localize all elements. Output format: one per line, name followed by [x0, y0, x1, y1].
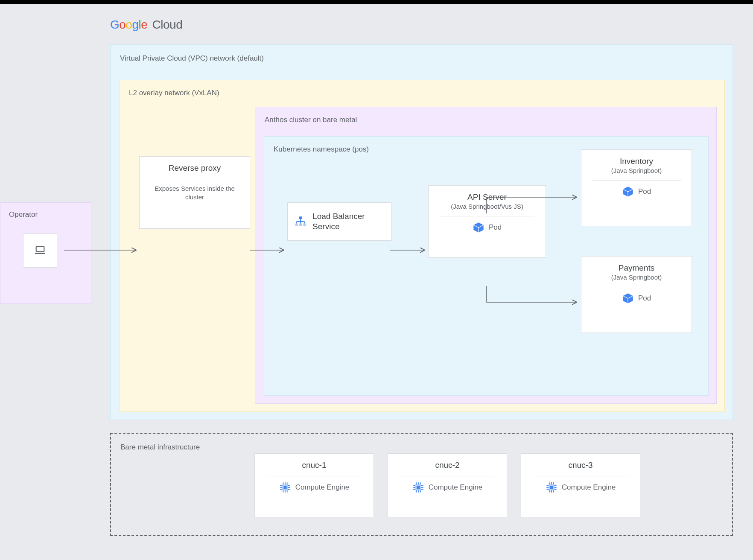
anthos-container: Anthos cluster on bare metal Kubernetes … [255, 107, 717, 404]
cnuc-3-ce-label: Compute Engine [562, 483, 616, 492]
payments-pod-label: Pod [638, 294, 651, 303]
api-server-subtitle: (Java Springboot/Vus JS) [451, 203, 523, 210]
svg-rect-32 [417, 486, 420, 489]
top-bar [0, 0, 753, 4]
cube-icon [622, 292, 634, 304]
svg-rect-0 [36, 247, 44, 252]
cnuc-1-title: cnuc-1 [302, 461, 326, 470]
api-server-card: API Server (Java Springboot/Vus JS) Pod [428, 185, 546, 258]
vpc-container: Virtual Private Cloud (VPC) network (def… [110, 44, 733, 420]
inventory-pod-row: Pod [622, 186, 651, 198]
divider [400, 476, 496, 476]
payments-pod-row: Pod [622, 292, 651, 304]
operator-panel: Operator [0, 202, 91, 304]
payments-subtitle: (Java Springboot) [611, 274, 662, 281]
cnuc-1-card: cnuc-1 Compute Engine [254, 453, 374, 517]
svg-rect-8 [295, 224, 298, 226]
anthos-label: Anthos cluster on bare metal [265, 116, 357, 124]
operator-laptop [23, 233, 57, 268]
divider [266, 476, 362, 476]
bare-metal-container: Bare metal infrastructure cnuc-1 Compute… [110, 433, 733, 536]
api-pod-row: Pod [473, 222, 502, 233]
svg-rect-18 [283, 486, 286, 489]
reverse-proxy-desc: Exposes Services inside the cluster [146, 184, 244, 202]
divider [592, 287, 681, 287]
cnuc-2-card: cnuc-2 Compute Engine [388, 453, 507, 517]
inventory-subtitle: (Java Springboot) [611, 167, 662, 174]
vpc-label: Virtual Private Cloud (VPC) network (def… [120, 54, 264, 63]
cnuc-1-ce-label: Compute Engine [295, 483, 350, 492]
laptop-icon [33, 244, 47, 257]
k8s-label: Kubernetes namespace (pos) [274, 145, 369, 154]
svg-rect-10 [303, 224, 306, 226]
api-server-title: API Server [467, 192, 507, 202]
svg-rect-46 [550, 486, 553, 489]
inventory-pod-label: Pod [638, 187, 651, 196]
bare-metal-label: Bare metal infrastructure [120, 443, 200, 452]
cnuc-3-title: cnuc-3 [568, 461, 592, 470]
inventory-card: Inventory (Java Springboot) Pod [581, 149, 692, 226]
cnuc-2-title: cnuc-2 [435, 461, 459, 470]
load-balancer-card: Load Balancer Service [287, 202, 391, 241]
payments-card: Payments (Java Springboot) Pod [581, 256, 692, 333]
divider [533, 476, 629, 476]
api-pod-label: Pod [489, 223, 502, 232]
cnuc-3-card: cnuc-3 Compute Engine [521, 453, 640, 517]
compute-engine-icon [412, 481, 424, 493]
google-cloud-logo: Google Cloud [110, 18, 182, 32]
cnuc-2-ce-row: Compute Engine [412, 481, 483, 493]
svg-rect-9 [299, 224, 302, 226]
inventory-title: Inventory [620, 157, 653, 166]
k8s-container: Kubernetes namespace (pos) Load [264, 136, 709, 396]
reverse-proxy-title: Reverse proxy [169, 163, 221, 173]
divider [440, 216, 534, 216]
cnuc-3-ce-row: Compute Engine [546, 481, 616, 493]
svg-rect-2 [299, 216, 302, 219]
compute-engine-icon [546, 481, 557, 493]
l2-container: L2 overlay network (VxLAN) Reverse proxy… [119, 80, 725, 412]
divider [151, 179, 239, 179]
payments-title: Payments [619, 263, 654, 273]
cnuc-1-ce-row: Compute Engine [279, 481, 350, 493]
load-balancer-title: Load Balancer Service [312, 211, 384, 232]
reverse-proxy-card: Reverse proxy Exposes Services inside th… [139, 156, 250, 229]
cube-icon [473, 222, 484, 233]
svg-rect-1 [35, 253, 45, 254]
divider [592, 180, 681, 181]
operator-label: Operator [9, 210, 38, 219]
l2-label: L2 overlay network (VxLAN) [129, 89, 219, 97]
compute-engine-icon [279, 481, 291, 493]
cube-icon [622, 186, 634, 198]
cnuc-2-ce-label: Compute Engine [429, 483, 483, 492]
load-balancer-icon [295, 215, 306, 228]
